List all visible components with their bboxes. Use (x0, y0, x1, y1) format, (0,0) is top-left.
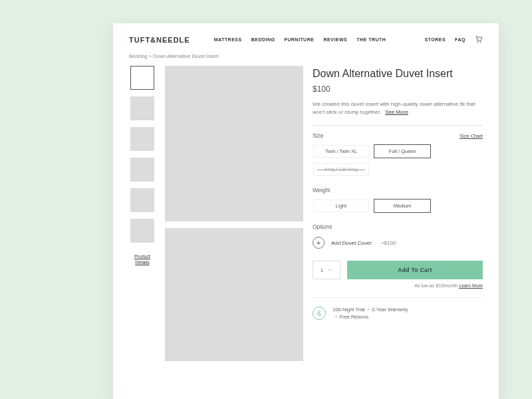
product-description: We created this duvet insert with high-q… (313, 100, 483, 116)
nav-furniture[interactable]: FURNITURE (284, 37, 314, 42)
weight-light[interactable]: Light (313, 199, 370, 213)
financing-note: As low as $10/month Learn More (313, 283, 483, 288)
product-details-link-l1: Product (134, 254, 150, 259)
svg-point-1 (480, 41, 481, 42)
nav-main: MATTRESS BEDDING FURNITURE REVIEWS THE T… (214, 37, 386, 42)
size-king[interactable]: King / Cal King (313, 162, 370, 176)
chevron-down-icon (327, 267, 332, 273)
weight-label: Weight (313, 187, 483, 194)
nav-right: STORES FAQ (424, 35, 483, 44)
nav-reviews[interactable]: REVIEWS (323, 37, 347, 42)
add-to-cart-button[interactable]: Add To Cart (347, 261, 483, 279)
badge-trial: 100-Night Trial (332, 307, 365, 313)
quantity-value: 1 (321, 267, 323, 273)
thumbnail-3[interactable] (130, 127, 154, 151)
cart-row: 1 Add To Cart (313, 261, 483, 279)
financing-text: As low as $10/month (414, 283, 459, 288)
size-twin[interactable]: Twin / Twin XL (313, 144, 370, 158)
product-details: Down Alternative Duvet Insert $100 We cr… (313, 66, 483, 361)
addon-label: Add Duvet Cover (331, 240, 372, 246)
nav-faq[interactable]: FAQ (455, 37, 466, 42)
thumbnail-2[interactable] (130, 96, 154, 120)
quantity-select[interactable]: 1 (313, 261, 340, 279)
nav-bedding[interactable]: BEDDING (251, 37, 275, 42)
thumbnail-6[interactable] (130, 219, 154, 243)
nav-mattress[interactable]: MATTRESS (214, 37, 242, 42)
size-chart-link[interactable]: Size Chart (460, 133, 483, 139)
weight-options: Light Medium (313, 199, 483, 213)
svg-point-0 (477, 41, 478, 42)
nav-the-truth[interactable]: THE TRUTH (356, 37, 386, 42)
product-price: $100 (313, 84, 483, 94)
gallery-image-2[interactable] (165, 228, 303, 361)
plus-separator: + (332, 314, 339, 320)
size-label: Size (313, 132, 324, 139)
guarantee-text: 100-Night Trial+2-Year Warranty +Free Re… (332, 306, 408, 321)
badge-warranty: 2-Year Warranty (372, 307, 408, 313)
product-details-link-l2: Details (135, 260, 149, 265)
weight-medium[interactable]: Medium (374, 199, 431, 213)
main-content: Product Details Down Alternative Duvet I… (129, 66, 483, 361)
ampersand-badge-icon: & (313, 307, 326, 320)
plus-separator: + (365, 307, 372, 313)
breadcrumb[interactable]: Bedding > Down Alternative Duvet Insert (129, 53, 483, 59)
product-title: Down Alternative Duvet Insert (313, 67, 483, 80)
see-more-link[interactable]: See More (385, 109, 408, 115)
brand-logo[interactable]: TUFT&NEEDLE (129, 36, 190, 44)
size-header: Size Size Chart (313, 132, 483, 139)
thumbnail-1[interactable] (130, 66, 154, 90)
thumbnail-4[interactable] (130, 158, 154, 182)
nav-stores[interactable]: STORES (424, 37, 446, 42)
financing-learn-more[interactable]: Learn More (459, 283, 483, 288)
addon-price: +$100 (381, 240, 396, 246)
size-options: Twin / Twin XL Full / Queen King / Cal K… (313, 144, 483, 176)
product-details-link[interactable]: Product Details (134, 253, 150, 265)
plus-icon: + (313, 237, 325, 249)
thumbnail-5[interactable] (130, 188, 154, 212)
addon-duvet-cover[interactable]: + Add Duvet Cover +$100 (313, 237, 483, 249)
site-header: TUFT&NEEDLE MATTRESS BEDDING FURNITURE R… (129, 35, 483, 44)
gallery-image-1[interactable] (165, 66, 303, 221)
divider (313, 125, 483, 126)
badge-returns: Free Returns (339, 314, 368, 320)
cart-icon[interactable] (475, 35, 483, 44)
thumbnail-rail: Product Details (129, 66, 156, 361)
guarantee-badges: & 100-Night Trial+2-Year Warranty +Free … (313, 297, 483, 321)
size-full-queen[interactable]: Full / Queen (374, 144, 431, 158)
product-page: TUFT&NEEDLE MATTRESS BEDDING FURNITURE R… (113, 23, 499, 399)
options-label: Options (313, 223, 483, 230)
image-gallery (165, 66, 303, 361)
